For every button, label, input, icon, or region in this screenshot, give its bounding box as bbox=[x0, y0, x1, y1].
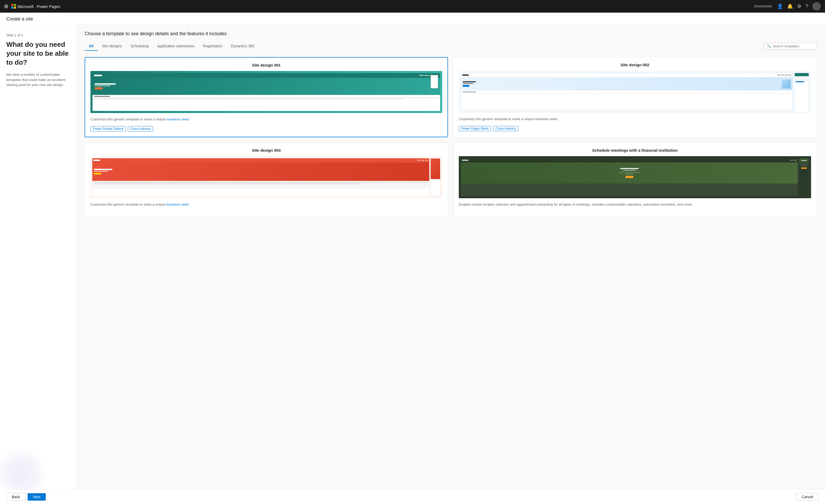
back-button[interactable]: Back bbox=[6, 493, 25, 501]
grid-icon[interactable]: ⊞ bbox=[4, 3, 8, 9]
template-description: Customize this generic template to solve… bbox=[459, 117, 811, 122]
template-preview-001 bbox=[90, 71, 442, 113]
tabs-list: All Site designs Scheduling Application … bbox=[85, 42, 764, 51]
template-card-site-design-002[interactable]: Site design 002 bbox=[453, 57, 817, 137]
environment-label: Environment bbox=[754, 4, 772, 8]
template-preview-003 bbox=[90, 156, 443, 198]
action-bar: Back Next Cancel bbox=[0, 490, 825, 504]
notification-icon[interactable]: 🔔 bbox=[787, 3, 793, 9]
microsoft-logo: Microsoft bbox=[11, 4, 34, 9]
template-description: Customize this generic template to solve… bbox=[90, 117, 442, 122]
template-card-schedule-meetings[interactable]: Schedule meetings with a financial insti… bbox=[453, 143, 817, 217]
sidebar-heading: What do you need your site to be able to… bbox=[6, 40, 70, 67]
top-navigation: ⊞ Microsoft Power Pages Environment 👤 🔔 … bbox=[0, 0, 825, 13]
tag-power-portals-default: Power Portals Default bbox=[90, 126, 126, 132]
tab-all[interactable]: All bbox=[85, 42, 98, 51]
template-description: Customize this generic template to solve… bbox=[90, 202, 443, 207]
content-panel: Choose a template to see design details … bbox=[76, 25, 825, 490]
tab-scheduling[interactable]: Scheduling bbox=[126, 42, 153, 51]
sidebar-description: We have a number of customizable templat… bbox=[6, 72, 70, 87]
template-title: Site design 002 bbox=[459, 63, 811, 67]
settings-icon[interactable]: ⚙ bbox=[797, 3, 801, 9]
tab-site-designs[interactable]: Site designs bbox=[98, 42, 126, 51]
help-icon[interactable]: ? bbox=[806, 4, 808, 9]
tab-dynamics-365[interactable]: Dynamics 365 bbox=[227, 42, 259, 51]
company-name: Microsoft bbox=[18, 4, 34, 9]
template-tags: Power Pages Blank Cross-Industry bbox=[459, 126, 811, 131]
tag-cross-industry: Cross-Industry bbox=[128, 126, 153, 132]
tag-power-pages-blank: Power Pages Blank bbox=[459, 126, 491, 131]
tab-application-submission[interactable]: Application submission bbox=[153, 42, 199, 51]
cancel-button[interactable]: Cancel bbox=[796, 493, 819, 501]
next-button[interactable]: Next bbox=[27, 493, 46, 501]
template-description: Enables simple location selection and ap… bbox=[459, 202, 811, 207]
tag-cross-industry: Cross-Industry bbox=[493, 126, 518, 131]
sidebar: Step 1 of 2 What do you need your site t… bbox=[0, 25, 76, 490]
person-icon[interactable]: 👤 bbox=[777, 3, 783, 9]
page-header: Create a site bbox=[0, 13, 825, 25]
main-content: Step 1 of 2 What do you need your site t… bbox=[0, 25, 825, 490]
template-tags: Power Portals Default Cross-Industry bbox=[90, 126, 442, 132]
tabs-row: All Site designs Scheduling Application … bbox=[85, 42, 817, 51]
template-title: Schedule meetings with a financial insti… bbox=[459, 148, 811, 152]
user-avatar[interactable] bbox=[812, 2, 821, 10]
content-heading: Choose a template to see design details … bbox=[85, 31, 817, 37]
search-box[interactable]: 🔍 bbox=[764, 43, 817, 50]
templates-grid: Site design 001 bbox=[85, 57, 817, 217]
template-title: Site design 001 bbox=[90, 63, 442, 67]
search-input[interactable] bbox=[773, 44, 812, 48]
template-card-site-design-003[interactable]: Site design 003 bbox=[85, 143, 448, 217]
step-indicator: Step 1 of 2 bbox=[6, 33, 70, 37]
template-title: Site design 003 bbox=[90, 148, 443, 152]
tab-registration[interactable]: Registration bbox=[199, 42, 227, 51]
business-need-link-003[interactable]: business need bbox=[167, 203, 189, 206]
page-title: Create a site bbox=[6, 16, 819, 22]
business-need-link[interactable]: business need bbox=[167, 117, 189, 121]
template-preview-schedule: Based on appointment and face our opport… bbox=[459, 156, 811, 198]
template-card-site-design-001[interactable]: Site design 001 bbox=[85, 57, 448, 137]
topnav-icons: 👤 🔔 ⚙ ? bbox=[777, 2, 821, 10]
template-preview-002 bbox=[459, 71, 811, 113]
sidebar-decoration bbox=[0, 447, 47, 490]
app-name: Power Pages bbox=[37, 4, 60, 9]
logo-squares bbox=[11, 4, 16, 9]
search-icon: 🔍 bbox=[767, 44, 771, 48]
